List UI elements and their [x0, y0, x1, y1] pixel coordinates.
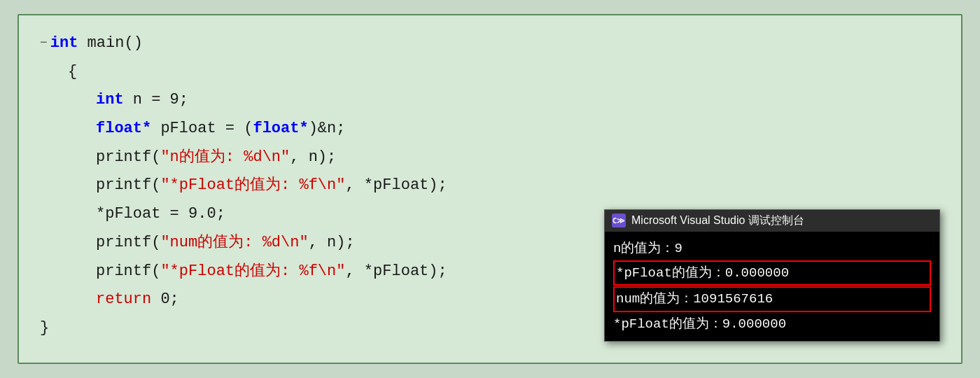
keyword-int-2: int — [96, 86, 124, 115]
code-main: main() — [78, 29, 142, 58]
main-container: − int main() { int n = 9; float* pFloat … — [18, 14, 962, 364]
code-printf3-rest: , n); — [309, 229, 355, 258]
collapse-icon[interactable]: − — [40, 31, 48, 55]
console-title-bar: C≫ Microsoft Visual Studio 调试控制台 — [605, 210, 939, 232]
code-printf1-fn: printf( — [96, 144, 160, 172]
code-line-1: − int main() — [40, 29, 940, 58]
code-line-2: { — [68, 58, 940, 87]
code-printf4-fn: printf( — [96, 258, 160, 286]
code-printf4-rest: , *pFloat); — [345, 258, 447, 286]
code-pfloat-decl2: )&n; — [309, 115, 346, 144]
console-title-text: Microsoft Visual Studio 调试控制台 — [631, 214, 804, 228]
code-printf3-str: "num的值为: %d\n" — [160, 229, 308, 258]
console-body: n的值为：9 *pFloat的值为：0.000000 num的值为：109156… — [605, 232, 939, 341]
code-printf2-fn: printf( — [96, 172, 160, 200]
console-popup: C≫ Microsoft Visual Studio 调试控制台 n的值为：9 … — [604, 209, 940, 342]
code-brace-open: { — [68, 58, 77, 87]
code-brace-close: } — [40, 314, 49, 343]
code-printf4-str: "*pFloat的值为: %f\n" — [160, 258, 345, 286]
code-printf1-rest: , n); — [290, 144, 336, 172]
code-pfloat-decl: pFloat = ( — [151, 115, 253, 144]
code-line-5: printf( "n的值为: %d\n" , n); — [96, 144, 940, 172]
keyword-int: int — [50, 29, 78, 58]
keyword-float-cast: float* — [253, 115, 308, 144]
code-line-3: int n = 9; — [96, 86, 940, 115]
keyword-float-ptr: float* — [96, 115, 151, 144]
console-output-line-3-highlighted: num的值为：1091567616 — [613, 286, 931, 312]
console-output-line-4: *pFloat的值为：9.000000 — [613, 313, 931, 335]
code-printf2-str: "*pFloat的值为: %f\n" — [160, 172, 345, 200]
code-pfloat-assign: *pFloat = 9.0; — [96, 200, 225, 229]
code-printf1-str: "n的值为: %d\n" — [160, 144, 290, 172]
code-n-decl: n = 9; — [124, 86, 188, 115]
console-app-icon: C≫ — [612, 214, 626, 227]
code-printf2-rest: , *pFloat); — [345, 172, 447, 200]
console-output-line-1: n的值为：9 — [613, 237, 931, 260]
code-line-6: printf( "*pFloat的值为: %f\n" , *pFloat); — [96, 172, 940, 200]
code-line-4: float* pFloat = ( float* )&n; — [96, 115, 940, 144]
keyword-return: return — [96, 286, 151, 314]
console-output-line-2-highlighted: *pFloat的值为：0.000000 — [613, 260, 931, 286]
code-return-val: 0; — [151, 286, 179, 314]
code-printf3-fn: printf( — [96, 229, 160, 258]
